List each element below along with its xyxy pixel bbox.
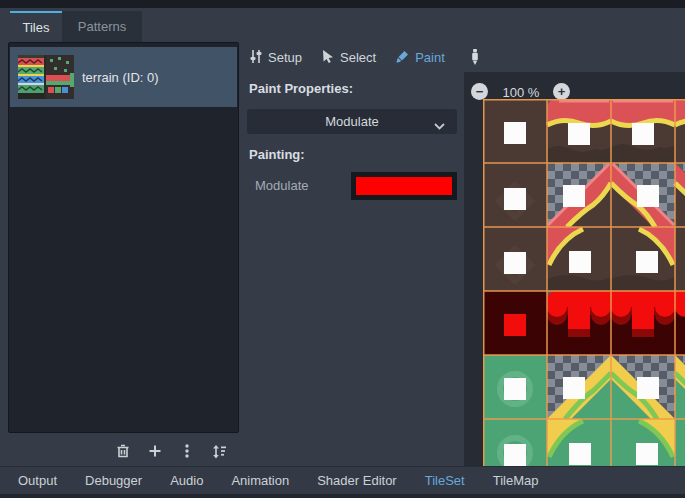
sort-icon[interactable] <box>208 441 229 462</box>
tileset-thumbnail <box>18 55 74 99</box>
add-icon[interactable] <box>144 441 165 462</box>
tab-tiles[interactable]: Tiles <box>10 11 62 42</box>
tileset-mode-toolbar: Setup Select Paint <box>249 46 445 69</box>
modulate-color-swatch[interactable] <box>351 172 457 200</box>
tile-sources-toolbar <box>112 440 242 462</box>
select-button[interactable]: Select <box>321 49 376 67</box>
delete-icon[interactable] <box>112 441 133 462</box>
bottom-item-tileset[interactable]: TileSet <box>411 467 479 494</box>
tab-patterns-label: Patterns <box>78 19 126 34</box>
tile-atlas-image[interactable] <box>483 99 685 466</box>
paint-property-dropdown[interactable]: Modulate <box>247 109 457 134</box>
paint-button[interactable]: Paint <box>395 49 445 67</box>
bottom-item-tilemap[interactable]: TileMap <box>479 467 553 494</box>
zoom-in-button[interactable]: + <box>553 83 570 100</box>
bottom-item-animation[interactable]: Animation <box>217 467 303 494</box>
select-cursor-icon <box>321 49 335 67</box>
menu-icon[interactable] <box>176 441 197 462</box>
bottom-item-debugger[interactable]: Debugger <box>71 467 156 494</box>
atlas-view[interactable]: − 100 % + <box>464 72 685 466</box>
bottom-item-output[interactable]: Output <box>4 467 71 494</box>
tile-source-item-terrain[interactable]: terrain (ID: 0) <box>10 47 237 107</box>
eyedropper-icon[interactable] <box>467 46 483 68</box>
bottom-item-audio[interactable]: Audio <box>156 467 217 494</box>
chevron-down-icon <box>434 118 445 133</box>
zoom-level: 100 % <box>492 85 550 100</box>
tile-sources-list: terrain (ID: 0) <box>8 42 239 433</box>
paint-property-value: Modulate <box>325 114 378 129</box>
paint-label: Paint <box>415 50 445 65</box>
modulate-property-label: Modulate <box>255 178 308 193</box>
paintbrush-icon <box>395 49 410 67</box>
select-label: Select <box>340 50 376 65</box>
plus-icon: + <box>558 85 566 98</box>
minus-icon: − <box>476 85 484 98</box>
modulate-color-value <box>356 177 452 195</box>
paint-properties-heading: Paint Properties: <box>249 81 353 96</box>
setup-icon <box>249 49 263 67</box>
setup-button[interactable]: Setup <box>249 49 302 67</box>
tab-patterns[interactable]: Patterns <box>62 11 142 42</box>
bottom-panel-bar: Output Debugger Audio Animation Shader E… <box>0 466 685 498</box>
window-top-strip <box>0 0 685 8</box>
tab-tiles-label: Tiles <box>23 20 50 35</box>
setup-label: Setup <box>268 50 302 65</box>
zoom-out-button[interactable]: − <box>471 83 488 100</box>
bottom-item-shader-editor[interactable]: Shader Editor <box>303 467 411 494</box>
painting-heading: Painting: <box>249 147 305 162</box>
tile-source-label: terrain (ID: 0) <box>82 70 159 85</box>
